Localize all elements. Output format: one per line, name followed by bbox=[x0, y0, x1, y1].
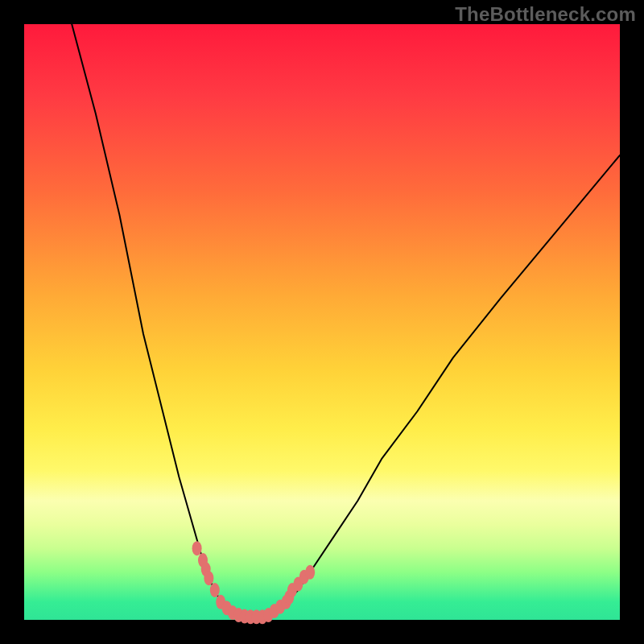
highlight-marker bbox=[192, 541, 202, 555]
curve-right bbox=[250, 155, 620, 617]
highlight-marker bbox=[305, 565, 315, 580]
highlight-marker bbox=[210, 583, 220, 597]
highlight-marker bbox=[204, 571, 213, 585]
chart-overlay bbox=[24, 24, 620, 620]
watermark-text: TheBottleneck.com bbox=[455, 3, 636, 26]
curve-left bbox=[72, 24, 250, 617]
chart-container: TheBottleneck.com bbox=[0, 0, 644, 644]
marker-group bbox=[192, 541, 316, 624]
